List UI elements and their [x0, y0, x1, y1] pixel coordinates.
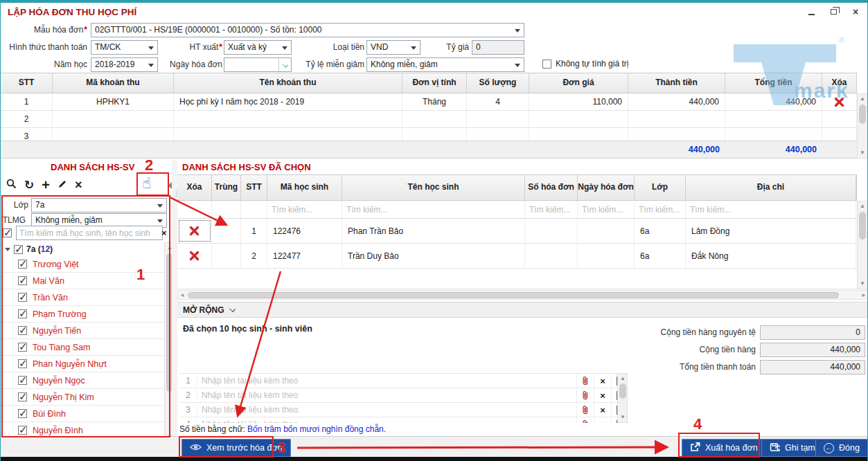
- delete-row-icon[interactable]: [189, 251, 200, 261]
- edit-pencil-icon[interactable]: [57, 179, 67, 191]
- list-item-student[interactable]: Phan Nguyễn Nhựt: [1, 356, 164, 372]
- invoice-template-select[interactable]: 02GTTT0/001 - HS/19E (0000001 - 0010000)…: [91, 23, 524, 37]
- class-group-checkbox[interactable]: [14, 245, 23, 254]
- save-temp-button[interactable]: Ghi tạm: [761, 439, 824, 457]
- table-row[interactable]: 1HPHKY1Học phí kỳ I năm học 2018 - 2019T…: [1, 93, 857, 111]
- search-all-checkbox[interactable]: [3, 228, 12, 237]
- auto-calc-checkbox-row[interactable]: Không tự tính giá trị: [542, 59, 628, 69]
- search-icon[interactable]: [6, 179, 17, 191]
- student-checkbox[interactable]: [18, 326, 27, 335]
- preview-invoice-button[interactable]: Xem trước hóa đơn: [181, 439, 291, 457]
- paperclip-icon[interactable]: [576, 374, 594, 388]
- table-row-selected-student[interactable]: 2122477Trần Duy Bảo6aĐắk Nông: [177, 244, 857, 269]
- attachment-name-input[interactable]: [197, 418, 576, 424]
- restore-button[interactable]: [827, 6, 840, 18]
- list-item-student[interactable]: Trương Việt: [1, 256, 164, 273]
- remove-attachment-icon[interactable]: ×: [594, 374, 611, 388]
- table-row[interactable]: 3: [1, 128, 857, 141]
- student-checkbox[interactable]: [18, 293, 27, 302]
- selected-column-header: STT: [241, 175, 267, 200]
- list-item-student[interactable]: Trần Văn: [1, 289, 164, 306]
- selected-cell-del: [177, 244, 212, 268]
- list-item-student[interactable]: Phạm Trường: [1, 306, 164, 323]
- selected-filter-cell: [241, 201, 267, 218]
- list-item-student[interactable]: Bùi Đình: [1, 406, 164, 422]
- column-filter-input[interactable]: [267, 205, 342, 215]
- minimize-button[interactable]: [805, 6, 817, 18]
- student-checkbox[interactable]: [18, 376, 27, 385]
- total-payment-label: Tổng tiền thanh toán: [596, 360, 756, 374]
- items-cell-name: Học phí kỳ I năm học 2018 - 2019: [174, 93, 402, 110]
- class-group-node[interactable]: 7a (12): [1, 242, 164, 256]
- close-window-button[interactable]: ×: [849, 6, 862, 18]
- remove-attachment-icon[interactable]: ×: [594, 417, 611, 423]
- total-foreign-label: Cộng tiền hàng nguyên tệ: [596, 325, 756, 340]
- table-row-selected-student[interactable]: 1122476Phan Trần Bảo6aLâm Đồng: [177, 219, 857, 244]
- attachment-name-input[interactable]: [197, 389, 576, 402]
- school-year-select[interactable]: 2018-2019: [91, 57, 158, 72]
- expand-section-header[interactable]: MỞ RỘNG: [177, 302, 868, 318]
- close-button[interactable]: ← Đóng: [815, 439, 868, 457]
- export-type-select[interactable]: Xuất và ký: [224, 40, 292, 55]
- selected-cell-name: Phan Trần Bảo: [342, 219, 525, 243]
- refresh-icon[interactable]: ↻: [24, 179, 34, 191]
- export-invoice-button[interactable]: Xuất hóa đơn: [682, 439, 766, 457]
- paperclip-icon[interactable]: [576, 388, 594, 402]
- student-checkbox[interactable]: [18, 359, 27, 368]
- invoice-date-field[interactable]: [224, 57, 292, 72]
- date-dropdown-icon[interactable]: [278, 58, 291, 71]
- column-filter-input[interactable]: [578, 205, 634, 215]
- column-filter-input[interactable]: [686, 205, 856, 215]
- required-asterisk: *: [84, 25, 87, 35]
- student-checkbox[interactable]: [18, 260, 27, 269]
- paperclip-icon[interactable]: [576, 417, 594, 423]
- student-checkbox[interactable]: [18, 426, 27, 435]
- auto-calc-checkbox[interactable]: [542, 60, 551, 69]
- attachment-name-input[interactable]: [197, 404, 576, 417]
- delete-row-icon[interactable]: [834, 97, 844, 107]
- attachments-list: 1×2×3×4×: [179, 373, 628, 423]
- discount-rate-select[interactable]: Không miễn, giảm: [366, 57, 524, 72]
- clear-search-icon[interactable]: ×: [161, 228, 167, 238]
- items-cell-amount: [628, 111, 725, 127]
- currency-select[interactable]: VND: [366, 40, 420, 55]
- table-row[interactable]: 2: [1, 111, 857, 128]
- panel-splitter[interactable]: [172, 161, 177, 437]
- column-filter-input[interactable]: [635, 205, 685, 215]
- list-item-student[interactable]: Nguyễn Ngọc: [1, 372, 164, 389]
- student-search-input[interactable]: [16, 226, 163, 240]
- remove-attachment-icon[interactable]: ×: [594, 403, 611, 417]
- student-checkbox[interactable]: [18, 392, 27, 401]
- remove-attachment-icon[interactable]: ×: [594, 388, 611, 402]
- list-item-student[interactable]: Tou Tiang Sam: [1, 339, 164, 356]
- list-item-student[interactable]: Nguyễn Tiến: [1, 323, 164, 339]
- attachments-vscrollbar[interactable]: ▲▼: [617, 373, 628, 423]
- list-item-student[interactable]: Mai Văn: [1, 273, 164, 289]
- student-checkbox[interactable]: [18, 276, 27, 285]
- collapse-panel-icon[interactable]: [164, 182, 172, 189]
- selected-table-hscrollbar[interactable]: ◄►: [177, 290, 868, 300]
- column-filter-input[interactable]: [525, 205, 577, 215]
- delete-row-icon[interactable]: [189, 226, 200, 236]
- paperclip-icon[interactable]: [576, 403, 594, 417]
- items-column-header: Đơn giá: [529, 73, 628, 93]
- attachment-row-number: 4: [179, 419, 197, 423]
- class-filter-select[interactable]: 7a: [31, 198, 167, 213]
- student-name: Nguyễn Ngọc: [33, 376, 85, 386]
- student-checkbox[interactable]: [18, 409, 27, 418]
- attachment-name-input[interactable]: [197, 374, 576, 388]
- selected-cell-code: 122477: [267, 244, 342, 268]
- delete-x-icon[interactable]: ×: [75, 179, 82, 191]
- student-checkbox[interactable]: [18, 309, 27, 318]
- items-table: STTMã khoản thuTên khoản thuĐơn vị tínhS…: [1, 73, 857, 159]
- selected-table-vscrollbar[interactable]: ▲▼: [857, 201, 868, 289]
- hand-pointer-icon[interactable]: ☝: [142, 174, 151, 192]
- column-filter-input[interactable]: [342, 205, 524, 215]
- payment-method-select[interactable]: TM/CK: [91, 40, 158, 55]
- list-item-student[interactable]: Nguyễn Thị Kim: [1, 389, 164, 406]
- exchange-rate-field[interactable]: 0: [472, 40, 524, 55]
- tree-expander-icon[interactable]: [5, 248, 10, 254]
- student-checkbox[interactable]: [18, 343, 27, 352]
- add-icon[interactable]: +: [42, 178, 50, 192]
- items-table-vscrollbar[interactable]: ▲▼: [857, 93, 868, 159]
